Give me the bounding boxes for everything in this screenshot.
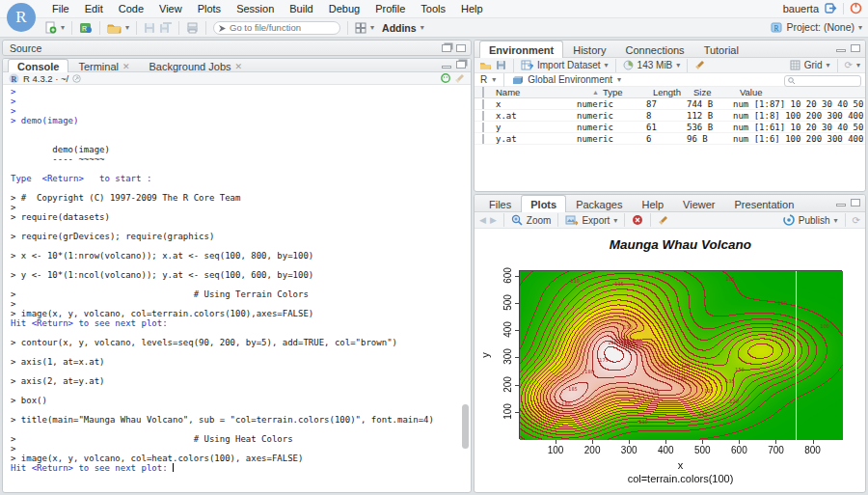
tab-background-jobs[interactable]: Background Jobs✕ [140,59,253,73]
menu-file[interactable]: File [44,3,77,14]
tab-presentation[interactable]: Presentation [725,195,804,213]
contour-level-label: 115 [698,412,708,417]
clear-plots-icon[interactable] [658,215,668,226]
publish-button[interactable]: Publish [799,215,830,226]
grid-view-dropdown[interactable]: ▾ [827,61,830,69]
tab-files[interactable]: Files [479,195,521,213]
addins-dropdown[interactable]: ▾ [420,23,424,32]
previous-plot-icon[interactable]: ◀ [479,215,486,225]
env-maximize-icon[interactable] [851,44,860,52]
select-all-checkbox[interactable] [482,87,484,97]
close-tab-icon[interactable]: ✕ [122,62,130,71]
global-environment-dropdown[interactable]: ▾ [617,75,621,84]
new-file-icon[interactable] [44,21,57,34]
environment-row-x.at[interactable]: x.atnumeric8112 Bnum [1:8] 100 200 300 4… [475,110,865,122]
session-popout-icon[interactable] [72,74,81,83]
row-checkbox[interactable] [482,111,484,121]
menu-code[interactable]: Code [111,3,151,14]
row-checkbox[interactable] [482,123,484,132]
panes-layout-icon[interactable] [355,22,366,34]
export-plot-button[interactable]: Export [582,215,610,226]
menu-view[interactable]: View [151,3,190,14]
tab-packages[interactable]: Packages [566,195,632,213]
environment-table-header[interactable]: Name▲ Type Length Size Value [475,87,865,98]
new-project-icon[interactable]: R [79,21,93,34]
next-plot-icon[interactable]: ▶ [490,215,497,225]
environment-row-y.at[interactable]: y.atnumeric696 Bnum [1:6] 100 200 300 40… [475,133,865,145]
session-status-icon [441,73,450,83]
menu-edit[interactable]: Edit [77,3,111,14]
print-icon[interactable] [186,22,199,34]
panes-dropdown[interactable]: ▾ [370,23,374,32]
contour-level-label: 125 [704,389,714,394]
source-maximize-icon[interactable] [456,44,466,52]
clear-environment-icon[interactable] [694,60,705,70]
new-file-dropdown[interactable]: ▾ [61,23,65,32]
menu-plots[interactable]: Plots [190,3,229,14]
row-checkbox[interactable] [482,134,484,144]
load-workspace-icon[interactable] [479,60,492,70]
publish-dropdown[interactable]: ▾ [834,216,838,225]
environment-search-input[interactable] [784,75,861,87]
open-file-dropdown[interactable]: ▾ [125,23,129,32]
close-tab-icon[interactable]: ✕ [235,62,243,71]
remove-plot-icon[interactable] [632,214,643,226]
console-scrollbar[interactable] [462,404,469,449]
clear-console-icon[interactable] [454,73,465,84]
plots-minimize-icon[interactable] [836,204,846,206]
refresh-plot-icon[interactable]: ⟳ [853,215,860,226]
console-minimize-icon[interactable] [442,66,451,69]
r-language-selector[interactable]: R [480,74,487,85]
export-dropdown[interactable]: ▾ [613,216,617,225]
tab-help[interactable]: Help [632,195,673,213]
menu-debug[interactable]: Debug [321,3,367,14]
tab-terminal[interactable]: Terminal✕ [68,59,139,73]
env-minimize-icon[interactable] [836,49,846,52]
r-version-icon: R [9,73,19,84]
memory-usage-label[interactable]: 143 MiB [637,60,673,70]
refresh-environment-icon[interactable]: ⟳ [845,60,853,70]
export-plot-icon [565,215,578,226]
plots-toolbar: ◀ ▶ Zoom Export ▾ Publish ▾ ⟳ [475,212,865,229]
save-all-icon[interactable] [159,22,172,34]
volcano-plot[interactable]: 1101151051101001701651601751801851801601… [519,270,842,439]
plots-maximize-icon[interactable] [851,199,860,206]
tab-environment[interactable]: Environment [479,41,563,59]
save-icon[interactable] [144,22,155,34]
source-restore-icon[interactable] [442,44,451,52]
environment-row-y[interactable]: ynumeric61536 Bnum [1:61] 10 20 30 40 50… [475,122,865,133]
tab-tutorial[interactable]: Tutorial [694,41,748,59]
tab-plots[interactable]: Plots [521,195,566,213]
r-version-label: R 4.3.2 · ~/ [23,73,68,84]
zoom-plot-button[interactable]: Zoom [527,215,552,226]
quit-session-icon[interactable] [850,2,862,14]
open-file-icon[interactable] [107,22,122,34]
memory-dropdown[interactable]: ▾ [676,61,680,69]
console-maximize-icon[interactable] [456,61,466,69]
project-label: Project: (None) [786,21,854,33]
save-workspace-icon[interactable] [496,60,506,70]
grid-view-button[interactable]: Grid [804,60,823,70]
menu-help[interactable]: Help [453,3,491,14]
project-button[interactable]: R Project: (None) ▾ [771,21,862,33]
tab-history[interactable]: History [563,41,615,59]
environment-row-x[interactable]: xnumeric87744 Bnum [1:87] 10 20 30 40 50… [475,98,865,110]
y-tick-label: 600 [502,261,513,289]
import-dataset-button[interactable]: Import Dataset [537,60,601,70]
console-line [11,222,462,232]
r-language-dropdown[interactable]: ▾ [492,75,496,84]
menu-tools[interactable]: Tools [413,3,453,14]
console-output[interactable]: >>>> demo(image) demo(image) ---- ~~~~~ … [11,87,462,473]
goto-file-input[interactable] [213,21,340,35]
tab-console[interactable]: Console [8,59,68,73]
tab-viewer[interactable]: Viewer [673,195,724,213]
menu-session[interactable]: Session [229,3,282,14]
global-environment-selector[interactable]: Global Environment [528,74,612,85]
tab-connections[interactable]: Connections [615,41,693,59]
menu-build[interactable]: Build [282,3,320,14]
sign-out-icon[interactable] [825,3,837,14]
row-checkbox[interactable] [482,99,484,109]
menu-profile[interactable]: Profile [367,3,413,14]
import-dataset-dropdown[interactable]: ▾ [605,61,609,69]
addins-button[interactable]: Addins [382,22,417,34]
